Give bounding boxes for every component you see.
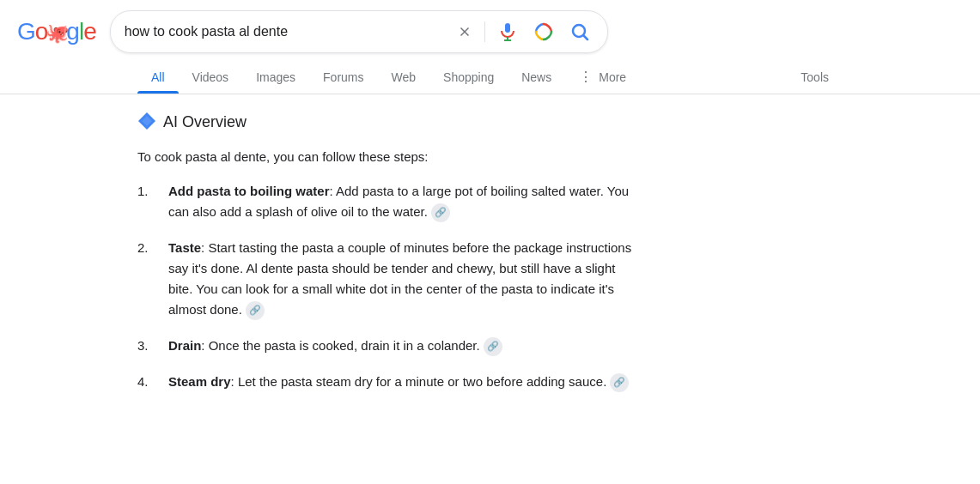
step-content-2: Taste: Start tasting the pasta a couple … (168, 238, 636, 320)
step-bold-1: Add pasta to boiling water (168, 184, 330, 198)
step-text-4: : Let the pasta steam dry for a minute o… (231, 374, 607, 389)
step-bold-4: Steam dry (168, 374, 231, 389)
step-item-3: 3. Drain: Once the pasta is cooked, drai… (137, 336, 636, 356)
tab-images[interactable]: Images (242, 62, 309, 93)
tab-all[interactable]: All (137, 62, 179, 93)
close-icon (457, 24, 472, 39)
search-input[interactable] (125, 24, 443, 39)
search-magnifier-icon (569, 21, 590, 42)
step-item-2: 2. Taste: Start tasting the pasta a coup… (137, 238, 636, 320)
search-icons (453, 18, 593, 45)
step-text-2: : Start tasting the pasta a couple of mi… (168, 240, 631, 317)
ai-intro-text: To cook pasta al dente, you can follow t… (137, 147, 636, 167)
logo-text: Go🐙gle (17, 18, 96, 45)
steps-list: 1. Add pasta to boiling water: Add pasta… (137, 181, 636, 392)
tab-more[interactable]: ⋮ More (565, 60, 640, 94)
image-search-button[interactable] (530, 18, 557, 45)
step-number-3: 3. (137, 336, 158, 356)
svg-line-7 (583, 36, 587, 40)
search-button[interactable] (566, 18, 593, 45)
step-link-3[interactable]: 🔗 (484, 337, 502, 356)
ai-overview-title: AI Overview (163, 113, 247, 131)
more-dots-icon: ⋮ (579, 69, 593, 85)
logo-letter-e2: e (83, 18, 96, 45)
step-link-4[interactable]: 🔗 (610, 373, 629, 392)
tab-web[interactable]: Web (378, 62, 430, 93)
tools-button[interactable]: Tools (787, 62, 843, 93)
search-divider (484, 21, 485, 42)
step-link-1[interactable]: 🔗 (431, 203, 450, 222)
search-bar (110, 10, 608, 53)
step-content-4: Steam dry: Let the pasta steam dry for a… (168, 372, 636, 392)
google-logo[interactable]: Go🐙gle (17, 18, 96, 45)
mic-icon (497, 21, 518, 42)
step-link-2[interactable]: 🔗 (246, 301, 265, 320)
tab-videos[interactable]: Videos (179, 62, 243, 93)
tab-forums[interactable]: Forums (309, 62, 377, 93)
tab-shopping[interactable]: Shopping (429, 62, 508, 93)
tab-news[interactable]: News (508, 62, 565, 93)
step-content-1: Add pasta to boiling water: Add pasta to… (168, 181, 636, 222)
step-number-2: 2. (137, 238, 158, 320)
ai-overview-header: AI Overview (137, 112, 636, 133)
step-content-3: Drain: Once the pasta is cooked, drain i… (168, 336, 636, 356)
main-content: AI Overview To cook pasta al dente, you … (0, 94, 773, 425)
logo-letter-g: G (17, 18, 35, 45)
header: Go🐙gle (0, 0, 980, 60)
logo-letter-gl: g (66, 18, 79, 45)
nav-tabs: All Videos Images Forums Web Shopping Ne… (0, 60, 980, 94)
lens-icon (533, 21, 554, 42)
step-number-1: 1. (137, 181, 158, 222)
step-item-4: 4. Steam dry: Let the pasta steam dry fo… (137, 372, 636, 392)
step-bold-2: Taste (168, 240, 201, 255)
step-text-3: : Once the pasta is cooked, drain it in … (201, 338, 479, 353)
step-item-1: 1. Add pasta to boiling water: Add pasta… (137, 181, 636, 222)
voice-search-button[interactable] (494, 18, 521, 45)
step-number-4: 4. (137, 372, 158, 392)
logo-emoji: 🐙 (46, 22, 68, 44)
svg-rect-2 (505, 23, 510, 33)
step-bold-3: Drain (168, 338, 201, 353)
ai-diamond-icon (137, 112, 156, 133)
clear-button[interactable] (453, 21, 476, 43)
